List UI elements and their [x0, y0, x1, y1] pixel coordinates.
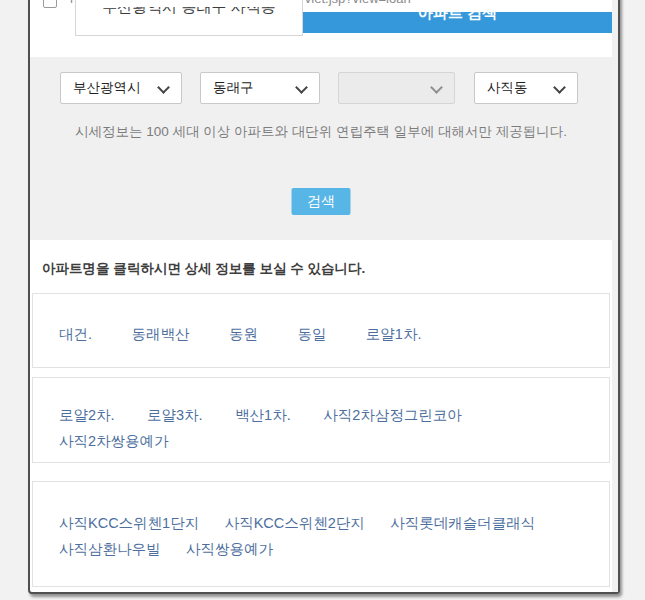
page-content: https://www.hf.go.kr/hf/hfnct/ConsIts1Se…	[30, 0, 618, 592]
apartment-link[interactable]: 동원	[229, 322, 258, 347]
apartment-link[interactable]: 동일	[297, 322, 326, 347]
chevron-down-icon	[295, 81, 308, 94]
link-line: 사직2차쌍용예가	[59, 428, 609, 454]
apartment-link[interactable]: 로얄2차.	[59, 403, 115, 428]
select-dong-value: 사직동	[487, 80, 528, 95]
select-sido[interactable]: 부산광역시	[60, 72, 182, 104]
results-hint: 아파트명을 클릭하시면 상세 정보를 보실 수 있습니다.	[42, 260, 365, 278]
select-etc-disabled	[338, 72, 455, 104]
apartment-link[interactable]: 사직삼환나우빌	[59, 537, 161, 562]
apartment-group-card: 로얄2차. 로얄3차. 백산1차. 사직2차삼정그린코아 사직2차쌍용예가	[32, 377, 610, 463]
link-line: 사직삼환나우빌 사직쌍용예가	[59, 536, 609, 562]
apartment-link[interactable]: 동래백산	[131, 322, 189, 347]
url-checkbox-icon	[43, 0, 57, 8]
apartment-link[interactable]: 로얄1차.	[366, 322, 422, 347]
select-gugun-value: 동래구	[213, 80, 254, 95]
apartment-link[interactable]: 사직2차삼정그린코아	[323, 403, 462, 428]
apartment-group-card: 사직KCC스위첸1단지 사직KCC스위첸2단지 사직롯데캐슬더클래식 사직삼환나…	[32, 481, 610, 587]
chevron-down-icon	[430, 81, 443, 94]
top-search-input[interactable]: 부산광역시 동래구 사직동	[75, 0, 303, 36]
link-line: 사직KCC스위첸1단지 사직KCC스위첸2단지 사직롯데캐슬더클래식	[59, 510, 609, 536]
top-search-button[interactable]: 아파트 검색	[303, 12, 612, 33]
apartment-link[interactable]: 사직쌍용예가	[186, 537, 273, 562]
search-button[interactable]: 검색	[292, 188, 351, 215]
select-gugun[interactable]: 동래구	[200, 72, 320, 104]
scrollbar[interactable]	[612, 0, 618, 592]
link-line: 로얄2차. 로얄3차. 백산1차. 사직2차삼정그린코아	[59, 402, 609, 428]
top-search-button-label: 아파트 검색	[303, 12, 612, 22]
apartment-link[interactable]: 사직KCC스위첸1단지	[59, 511, 199, 536]
apartment-link[interactable]: 사직KCC스위첸2단지	[225, 511, 365, 536]
apartment-group-card: 대건. 동래백산 동원 동일 로얄1차.	[32, 293, 610, 368]
apartment-link[interactable]: 사직2차쌍용예가	[59, 429, 169, 454]
chevron-down-icon	[157, 81, 170, 94]
filter-panel: 부산광역시 동래구 사직동 시세정보는 100 세대 이상 아파트와 대단위 연…	[30, 57, 612, 240]
top-search-input-text: 부산광역시 동래구 사직동	[76, 7, 302, 16]
price-info-notice: 시세정보는 100 세대 이상 아파트와 대단위 연립주택 일부에 대해서만 제…	[30, 123, 612, 141]
apartment-link[interactable]: 백산1차.	[235, 403, 291, 428]
chevron-down-icon	[553, 81, 566, 94]
apartment-link[interactable]: 로얄3차.	[147, 403, 203, 428]
apartment-link[interactable]: 사직롯데캐슬더클래식	[390, 511, 535, 536]
link-line: 대건. 동래백산 동원 동일 로얄1차.	[59, 321, 609, 347]
page-window: https://www.hf.go.kr/hf/hfnct/ConsIts1Se…	[28, 0, 620, 594]
select-sido-value: 부산광역시	[73, 80, 141, 95]
select-dong[interactable]: 사직동	[474, 72, 578, 104]
apartment-link[interactable]: 대건.	[59, 322, 92, 347]
